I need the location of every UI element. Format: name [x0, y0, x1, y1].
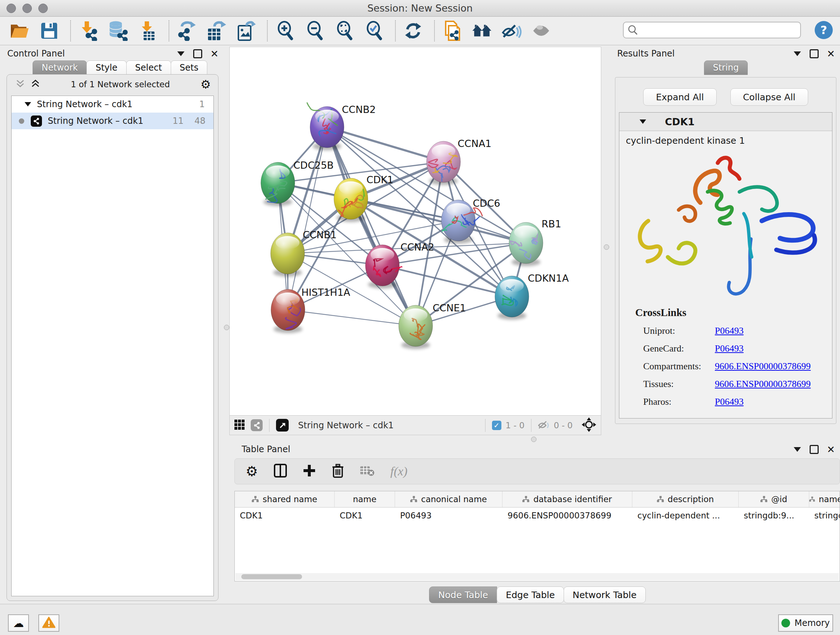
column-header[interactable]: description [632, 491, 739, 507]
panel-float-icon[interactable] [193, 49, 202, 58]
crosslink-uniprot-link[interactable]: P06493 [715, 325, 744, 336]
expand-all-button[interactable]: Expand All [643, 88, 716, 106]
network-node-ccnb1[interactable]: CCNB1 [271, 229, 337, 277]
column-header[interactable]: namespace [809, 491, 840, 507]
network-collection-row[interactable]: String Network – cdk1 1 [11, 96, 213, 112]
export-image-icon[interactable] [236, 21, 256, 41]
network-canvas[interactable]: CCNB2CCNA1CDC25BCDK1CDC6RB1CCNB1CCNA2CDK… [229, 47, 601, 416]
column-header[interactable]: @id [739, 491, 809, 507]
column-header[interactable]: canonical name [395, 491, 502, 507]
tab-network[interactable]: Network [33, 60, 87, 75]
network-options-gear-icon[interactable]: ⚙ [201, 79, 211, 90]
search-field-wrap [623, 22, 801, 38]
panel-close-icon[interactable]: ✕ [210, 49, 218, 59]
network-edge [288, 127, 327, 310]
right-splitter-handle[interactable] [604, 244, 609, 250]
zoom-in-icon[interactable] [275, 21, 295, 41]
crosslink-genecard-link[interactable]: P06493 [715, 343, 744, 354]
zoom-selected-icon[interactable] [364, 21, 384, 41]
tab-select[interactable]: Select [126, 60, 171, 75]
network-node-hist1h1a[interactable]: HIST1H1A [271, 287, 351, 333]
crosslink-pharos-link[interactable]: P06493 [715, 396, 744, 407]
column-header[interactable]: name [335, 491, 395, 507]
network-view-toolbar: String Network – cdk1 ✓ 1 - 0 0 - 0 [229, 416, 601, 435]
zoom-out-icon[interactable] [305, 21, 325, 41]
network-node-cdkn1a[interactable]: CDKN1A [495, 272, 569, 320]
panel-menu-icon[interactable] [794, 51, 801, 56]
protein-header-row[interactable]: CDK1 [619, 112, 832, 131]
delete-table-icon [360, 465, 374, 478]
scrollbar-thumb[interactable] [241, 574, 302, 579]
network-edge [288, 310, 416, 326]
memory-button[interactable]: Memory [778, 614, 833, 632]
crosslink-compartments-link[interactable]: 9606.ENSP00000378699 [715, 361, 811, 372]
first-neighbors-icon[interactable] [472, 21, 492, 41]
warnings-button[interactable] [38, 614, 59, 632]
refresh-view-icon[interactable] [403, 21, 423, 41]
network-node-ccnb2[interactable]: CCNB2 [307, 103, 376, 150]
expand-all-networks-icon[interactable] [31, 79, 40, 90]
add-column-icon[interactable] [303, 464, 316, 478]
tab-node-table[interactable]: Node Table [429, 586, 497, 603]
network-node-label: CCNA1 [458, 138, 492, 149]
tab-style[interactable]: Style [87, 60, 126, 75]
bottom-splitter-handle[interactable] [531, 437, 537, 442]
search-input[interactable] [623, 22, 801, 38]
tab-sets[interactable]: Sets [171, 60, 208, 75]
export-table-icon[interactable] [206, 21, 226, 41]
panel-menu-icon[interactable] [794, 447, 801, 452]
tab-string[interactable]: String [704, 60, 748, 75]
open-session-icon[interactable] [9, 21, 30, 41]
hidden-node-edge-counts: 0 - 0 [554, 421, 573, 430]
column-header[interactable]: database identifier [502, 491, 632, 507]
network-row[interactable]: String Network – cdk1 11 48 [11, 112, 213, 129]
protein-name: CDK1 [665, 116, 695, 127]
network-node-label: CCNB1 [303, 229, 337, 241]
duplicate-network-icon[interactable] [442, 21, 462, 41]
cloud-status-button[interactable]: ☁ [8, 614, 29, 632]
hide-selected-icon[interactable] [501, 21, 522, 41]
protein-collapse-icon[interactable] [639, 119, 646, 124]
table-options-gear-icon[interactable]: ⚙ [246, 464, 258, 478]
column-header[interactable]: shared name [235, 491, 335, 507]
collapse-all-button[interactable]: Collapse All [730, 88, 808, 106]
detach-view-icon[interactable] [276, 419, 289, 432]
network-view-title: String Network – cdk1 [298, 420, 393, 431]
table-row[interactable]: CDK1 CDK1 P06493 9606.ENSP00000378699 cy… [235, 508, 840, 524]
results-panel: Results Panel ✕ String Expand All Collap… [611, 47, 840, 424]
collection-expand-icon[interactable] [25, 102, 31, 106]
network-node-ccne1[interactable]: CCNE1 [399, 302, 466, 349]
selected-checkbox-icon[interactable]: ✓ [492, 421, 501, 430]
help-button[interactable]: ? [815, 21, 833, 39]
fit-selected-crosshair-icon[interactable] [581, 417, 597, 434]
panel-float-icon[interactable] [810, 445, 819, 454]
import-network-database-icon[interactable] [108, 21, 128, 41]
left-splitter-handle[interactable] [224, 325, 229, 330]
panel-menu-icon[interactable] [177, 51, 185, 56]
panel-float-icon[interactable] [810, 49, 819, 58]
tab-edge-table[interactable]: Edge Table [497, 586, 564, 603]
collapse-all-networks-icon[interactable] [16, 79, 25, 90]
table-horizontal-scrollbar[interactable] [235, 573, 839, 580]
save-session-icon[interactable] [39, 21, 59, 41]
export-network-icon[interactable] [177, 21, 197, 41]
network-node-rb1[interactable]: RB1 [509, 218, 561, 266]
delete-column-icon[interactable] [332, 463, 344, 479]
panel-close-icon[interactable]: ✕ [827, 49, 835, 59]
network-node-label: HIST1H1A [302, 287, 351, 298]
tab-network-table[interactable]: Network Table [564, 586, 646, 603]
show-all-icon[interactable] [531, 21, 551, 41]
show-columns-icon[interactable] [274, 464, 287, 479]
network-node-cdk1[interactable]: CDK1 [334, 174, 393, 222]
panel-close-icon[interactable]: ✕ [827, 445, 835, 454]
birdseye-grid-icon[interactable] [234, 419, 245, 432]
import-network-file-icon[interactable] [78, 21, 98, 41]
zoom-fit-icon[interactable] [334, 21, 355, 41]
status-bar: ☁ Memory [0, 604, 840, 635]
network-node-cdc25b[interactable]: CDC25B [261, 160, 333, 206]
crosslink-tissues-link[interactable]: 9606.ENSP00000378699 [715, 379, 811, 390]
network-node-cdc6[interactable]: CDC6 [441, 198, 500, 244]
network-manager-box: 1 of 1 Network selected ⚙ String Network… [6, 74, 218, 601]
import-table-file-icon[interactable] [137, 21, 158, 41]
network-node-count: 11 [172, 116, 184, 126]
